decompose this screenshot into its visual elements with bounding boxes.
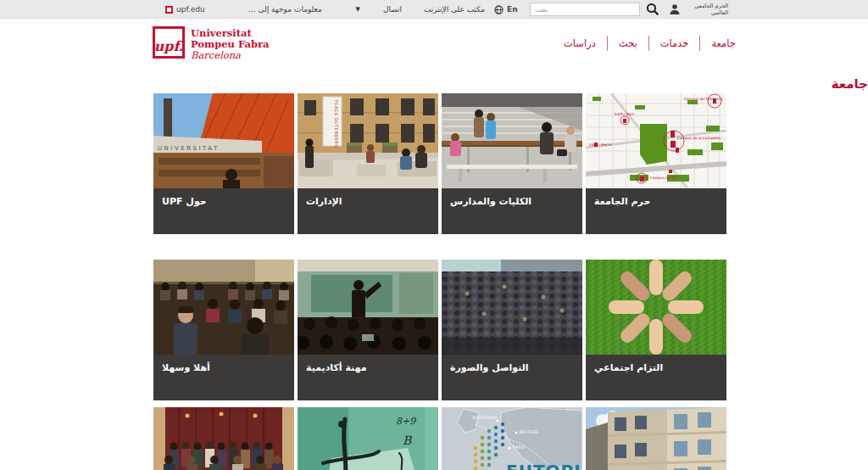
upf-square-icon [165,6,173,14]
nav-item-studies[interactable]: دراسات [553,36,608,51]
site-header: upf. Universitat Pompeu Fabra Barcelona … [0,19,868,68]
photo-gutenberg-square: PLAÇA GUTENBERG [298,93,438,188]
language-label: En [507,5,518,14]
map-label-merce: Edifici Mercè [589,143,612,147]
photo-hands-grass [586,260,726,355]
search-icon [646,3,659,16]
card-administrations[interactable]: PLAÇA GUTENBERG الإدارات [298,93,438,234]
map-label-mar: Campus del Mar [650,176,679,180]
photo-students-lecture [153,260,294,355]
card-caption: حرم الجامعة [586,188,726,234]
card-campus-building[interactable] [586,407,726,470]
upf-logo[interactable]: upf. Universitat Pompeu Fabra Barcelona [153,26,269,61]
photo-classroom [298,260,438,355]
card-caption: حول UPF [153,188,294,234]
globe-icon [494,5,504,14]
global-campus-link[interactable]: الحرم الجامعي العالمي [669,0,728,19]
card-welcome[interactable]: أهلا وسهلا [153,260,294,400]
contact-link-label: اتصال [383,5,402,14]
person-icon [669,3,681,15]
photo-students-steps [442,93,582,188]
cards-row-3: 8+9 B g+s [153,407,726,470]
card-faculties-schools[interactable]: الكليات والمدارس [442,93,582,234]
eutopia-city-paris: PARIS [513,445,525,450]
card-caption: مهنة أكاديمية [298,355,438,400]
card-academic-career[interactable]: مهنة أكاديمية [298,260,438,400]
eutopia-city-warszawa: WARSZAWA [472,415,498,420]
card-caption: الإدارات [298,188,438,234]
card-caption: التواصل والصورة [442,355,582,400]
eutopia-map-image: WARSZAWA BRUSSEL PARIS LJUBLJANA EUTOPIA… [442,407,582,470]
card-social-commitment[interactable]: التزام اجتماعي [586,260,726,400]
top-utility-bar: upf.edu معلومات موجهة إلى ... ▼ اتصال مك… [0,0,868,19]
photo-upf-building: UNIVERSITAT [153,93,294,188]
main-nav: دراسات بحث خدمات جامعة [553,19,747,68]
card-artwork[interactable]: 8+9 B g+s [298,407,438,470]
online-office-link[interactable]: مكتب على الإنترنت [424,0,485,19]
card-campus[interactable]: Campus del Poblenou Edifici Born Campus … [586,93,726,234]
card-group-photo[interactable] [153,407,294,470]
cards-row-1: UNIVERSITAT حول UPF [153,93,726,234]
campus-map-image: Campus del Poblenou Edifici Born Campus … [586,93,726,188]
search-button[interactable] [642,0,664,19]
map-label-poblenou: Campus del Poblenou [684,97,723,101]
global-campus-label: الحرم الجامعي العالمي [684,3,728,16]
contact-link[interactable]: اتصال [383,0,402,19]
page-title: جامعة [153,76,868,92]
logo-line-universitat: Universitat [191,28,269,39]
gutenberg-banner-text: PLAÇA GUTENBERG [334,100,339,148]
logo-line-barcelona: Barcelona [191,50,269,61]
chevron-down-icon: ▼ [356,6,360,13]
upf-site-link[interactable]: upf.edu [165,0,205,19]
cards-row-2: أهلا وسهلا [153,260,726,400]
upf-site-link-label: upf.edu [176,5,205,14]
upf-sign-text: UNIVERSITAT [158,145,220,152]
eutopia-title: EUTOPIA [506,461,582,470]
search-input[interactable] [530,3,640,16]
card-caption: الكليات والمدارس [442,188,582,234]
photo-group [153,407,294,470]
photo-campus-building [586,407,726,470]
eutopia-city-brussel: BRUSSEL [520,429,539,434]
upf-logo-text: Universitat Pompeu Fabra Barcelona [191,26,269,61]
nav-item-university[interactable]: جامعة [700,36,747,51]
nav-item-services[interactable]: خدمات [649,36,701,51]
audience-dropdown[interactable]: معلومات موجهة إلى ... ▼ [248,0,360,19]
nav-item-research[interactable]: بحث [608,36,649,51]
photo-audience-crowd [442,260,582,355]
card-eutopia[interactable]: WARSZAWA BRUSSEL PARIS LJUBLJANA EUTOPIA… [442,407,582,470]
logo-line-pompeu-fabra: Pompeu Fabra [191,39,269,50]
cards-grid: UNIVERSITAT حول UPF [153,93,726,470]
map-label-ciutadella: Campus de la Ciutadella [677,136,721,140]
language-selector[interactable]: En [494,0,518,19]
photo-artwork: 8+9 B g+s [298,407,438,470]
card-caption: التزام اجتماعي [586,355,726,400]
artwork-formula-2: B [403,434,413,447]
card-about-upf[interactable]: UNIVERSITAT حول UPF [153,93,294,234]
audience-dropdown-label: معلومات موجهة إلى ... [248,5,322,14]
card-communication[interactable]: التواصل والصورة [442,260,582,400]
online-office-label: مكتب على الإنترنت [424,5,485,14]
map-label-born: Edifici Born [615,112,635,116]
artwork-formula-1: 8+9 [396,416,416,427]
upf-logo-mark: upf. [153,26,185,59]
card-caption: أهلا وسهلا [153,355,294,400]
